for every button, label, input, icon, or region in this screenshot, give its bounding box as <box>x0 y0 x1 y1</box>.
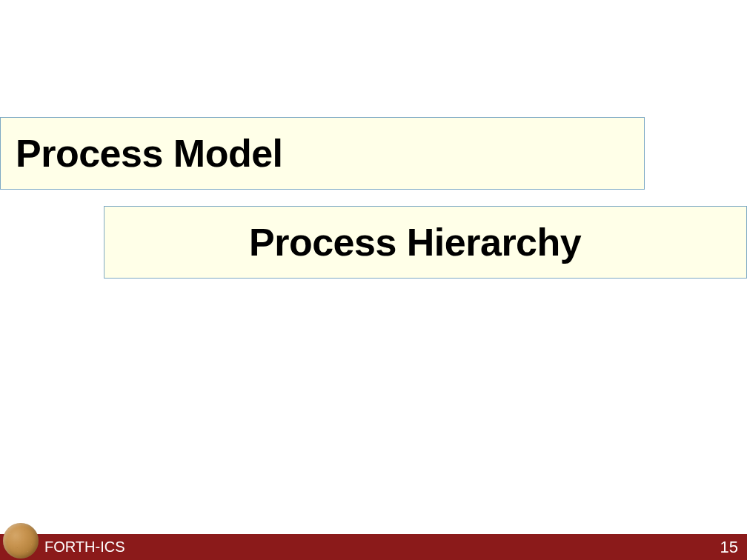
footer-organization: FORTH-ICS <box>44 539 125 556</box>
footer-bar: FORTH-ICS 15 <box>0 534 747 560</box>
forth-logo-icon <box>3 523 39 559</box>
subtitle-box: Process Hierarchy <box>104 206 747 279</box>
slide-title: Process Model <box>16 131 283 176</box>
title-box: Process Model <box>0 117 645 190</box>
slide-subtitle: Process Hierarchy <box>249 220 581 264</box>
page-number: 15 <box>720 538 738 557</box>
